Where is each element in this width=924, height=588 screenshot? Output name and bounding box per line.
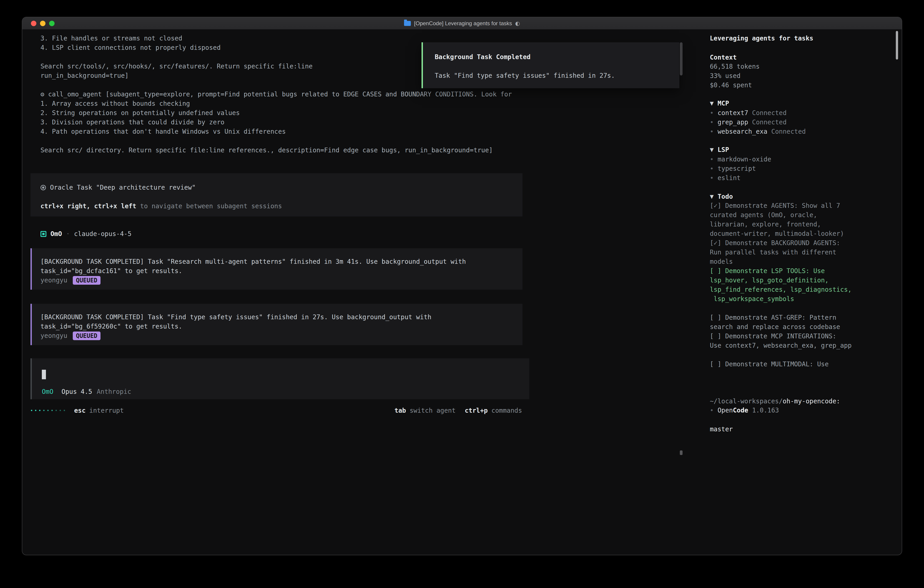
todo-section-toggle[interactable]: ▼ Todo [710,192,733,201]
version-number: 1.0.163 [752,406,779,414]
mcp-section-toggle[interactable]: ▼ MCP [710,99,729,108]
mcp-name: context7 [718,109,748,117]
oracle-task-card[interactable]: Oracle Task "Deep architecture review" c… [30,173,523,216]
mcp-item: • grep_app Connected [710,117,806,127]
terminal-window: [OpenCode] Leveraging agents for tasks ◐… [22,17,902,555]
agent-model: claude-opus-4-5 [74,230,131,238]
close-button[interactable] [31,21,36,26]
oracle-task-icon [40,185,46,190]
lsp-name: eslint [718,174,741,182]
lsp-section-toggle[interactable]: ▼ LSP [710,145,729,154]
workspace-repo: oh-my-opencode: [782,398,840,405]
agent-badge-icon [40,231,46,237]
notification-toast[interactable]: Background Task Completed Task "Find typ… [422,42,679,88]
lsp-item: • typescript [710,164,771,173]
app-version: • OpenCode 1.0.163 [710,406,779,415]
message-line: [BACKGROUND TASK COMPLETED] Task "Resear… [40,257,523,266]
bullet-icon: • [710,174,718,182]
queued-badge: QUEUED [73,276,101,285]
commands-key-label: commands [491,407,522,414]
todo-list: [✓] Demonstrate AGENTS: Show all 7 curat… [710,201,852,369]
collapse-arrow-icon: ▼ [710,147,718,153]
todo-item-pending: [ ] Demonstrate MULTIMODAL: Use [710,360,852,369]
separator-dot: · [66,230,70,238]
bullet-icon: • [710,406,718,414]
mcp-name: grep_app [718,119,748,126]
folder-icon [404,21,411,26]
session-progress-icon: ◐ [515,20,520,26]
lsp-list: • markdown-oxide • typescript • eslint [710,155,771,183]
agent-name: OmO [51,230,62,238]
titlebar[interactable]: [OpenCode] Leveraging agents for tasks ◐ [22,17,902,30]
model-label: Opus 4.5 [62,388,92,395]
traffic-lights [31,17,54,30]
bullet-icon: • [710,155,718,163]
oracle-task-hint: ctrl+x right, ctrl+x left to navigate be… [40,202,523,211]
collapse-arrow-icon: ▼ [710,101,718,106]
mcp-status: Connected [771,128,806,135]
statusbar: esc interrupt tab switch agent ctrl+p co… [31,406,522,415]
hint-text: to navigate between subagent sessions [136,202,282,210]
message-author: yeongyu [40,276,67,284]
mcp-section-label: MCP [718,99,729,107]
mcp-status: Connected [752,119,787,126]
lsp-section-label: LSP [718,146,729,154]
message-line: task_id="bg_dcfac161" to get results. [40,266,523,276]
context-stats: 66,518 tokens 33% used $0.46 spent [710,62,760,90]
minimize-button[interactable] [40,21,46,26]
bullet-icon: • [710,119,718,126]
bullet-icon: • [710,165,718,172]
window-title-text: [OpenCode] Leveraging agents for tasks [414,20,512,26]
busy-spinner [31,410,65,411]
tab-key-hint: tab [394,407,406,414]
lsp-item: • markdown-oxide [710,155,771,164]
tab-key-label: switch agent [410,407,455,414]
mcp-list: • context7 Connected • grep_app Connecte… [710,108,806,136]
active-agent-label: OmO [42,388,53,395]
todo-item-pending: [ ] Demonstrate AST-GREP: Pattern search… [710,313,852,332]
lsp-name: typescript [718,165,756,172]
mcp-name: websearch_exa [718,128,767,135]
brand-name-bold: Code [733,406,748,414]
todo-section-label: Todo [718,193,733,200]
main-scrollbar-marker [680,451,683,455]
sidebar-session-title: Leveraging agents for tasks [710,34,813,43]
mcp-item: • websearch_exa Connected [710,127,806,136]
provider-label: Anthropic [97,388,131,395]
notification-message: Task "Find type safety issues" finished … [435,71,679,80]
bullet-icon: • [710,109,718,117]
zoom-button[interactable] [49,21,54,26]
workspace-path: ~/local-workspaces/oh-my-opencode: maste… [710,378,840,453]
todo-item-active: [ ] Demonstrate LSP TOOLS: Use lsp_hover… [710,266,852,304]
oracle-task-heading: Oracle Task "Deep architecture review" [50,184,196,191]
bullet-icon: • [710,128,718,135]
mcp-status: Connected [752,109,787,117]
sidebar-scrollbar-thumb[interactable] [896,31,898,59]
todo-item-done: [✓] Demonstrate BACKGROUND AGENTS: Run p… [710,238,852,266]
todo-item-pending: [ ] Demonstrate MCP INTEGRATIONS: Use co… [710,332,852,350]
workspace-prefix: ~/local-workspaces/ [710,398,782,405]
esc-key-hint: esc [74,407,86,414]
background-task-message: [BACKGROUND TASK COMPLETED] Task "Find t… [30,304,523,345]
collapse-arrow-icon: ▼ [710,194,718,200]
context-section-heading: Context [710,53,737,62]
message-author: yeongyu [40,332,67,339]
brand-name: Open [718,406,733,414]
workspace-branch: master [710,424,840,434]
esc-key-label: interrupt [89,407,124,414]
background-task-message: [BACKGROUND TASK COMPLETED] Task "Resear… [30,248,523,290]
prompt-input[interactable]: OmO Opus 4.5 Anthropic [30,358,529,399]
main-scrollbar-thumb[interactable] [680,42,683,76]
message-line: task_id="bg_6f59260c" to get results. [40,322,523,331]
lsp-name: markdown-oxide [718,155,771,163]
commands-key-hint: ctrl+p [465,407,488,414]
lsp-item: • eslint [710,173,771,183]
mcp-item: • context7 Connected [710,108,806,117]
agent-header: OmO · claude-opus-4-5 [40,229,131,238]
queued-badge: QUEUED [73,332,101,340]
window-title: [OpenCode] Leveraging agents for tasks ◐ [404,20,520,26]
text-cursor [42,370,46,379]
notification-title: Background Task Completed [435,52,679,62]
todo-item-done: [✓] Demonstrate AGENTS: Show all 7 curat… [710,201,852,238]
keyboard-shortcut: ctrl+x right, ctrl+x left [40,202,136,210]
